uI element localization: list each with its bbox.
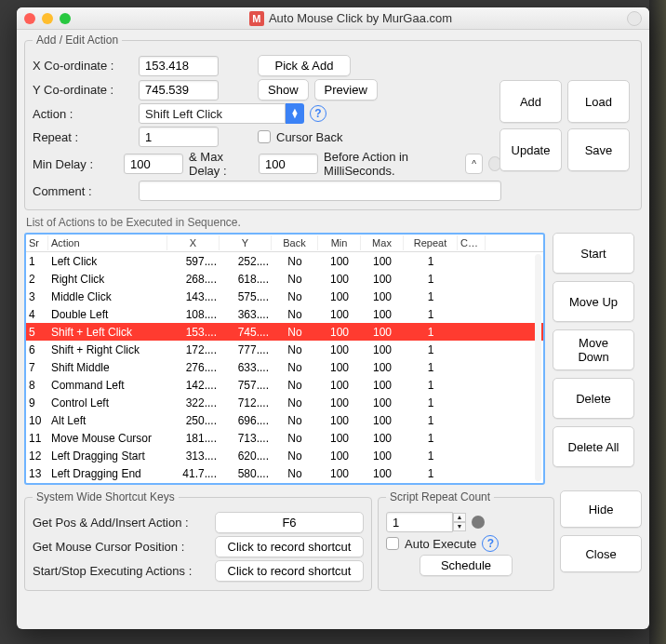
close-icon[interactable] <box>24 13 35 24</box>
getcursor-shortcut-button[interactable]: Click to record shortcut <box>215 536 364 557</box>
mindelay-input[interactable] <box>124 154 183 174</box>
repeat-input[interactable] <box>139 127 219 147</box>
delete-button[interactable]: Delete <box>553 378 634 419</box>
table-row[interactable]: 11Move Mouse Cursor181....713....No10010… <box>26 429 543 447</box>
repeat-group: Script Repeat Count ▲▼ Auto Execute ? Sc… <box>378 490 554 591</box>
show-button[interactable]: Show <box>258 79 309 101</box>
shortcuts-group: System Wide Shortcut Keys Get Pos & Add/… <box>24 490 372 591</box>
help-icon[interactable]: ? <box>310 105 326 122</box>
chevron-updown-icon[interactable]: ▲▼ <box>286 103 304 124</box>
delay-suffix: Before Action in MilliSeconds. <box>324 150 460 178</box>
table-row[interactable]: 5Shift + Left Click153....745....No10010… <box>26 323 543 341</box>
window-title: Auto Mouse Click by MurGaa.com <box>269 11 452 25</box>
action-label: Action : <box>33 107 133 121</box>
zoom-icon[interactable] <box>60 13 71 24</box>
move-up-button[interactable]: Move Up <box>553 281 634 322</box>
repeat-label: Repeat : <box>33 130 133 144</box>
stepper-up-icon[interactable]: ▲ <box>453 513 466 522</box>
stepper-down-icon[interactable]: ▼ <box>453 522 466 531</box>
add-edit-legend: Add / Edit Action <box>33 34 122 47</box>
app-window: M Auto Mouse Click by MurGaa.com Add / E… <box>17 7 649 629</box>
status-dot-icon <box>472 516 485 529</box>
add-button[interactable]: Add <box>500 80 562 123</box>
maxdelay-label: & Max Delay : <box>189 150 253 178</box>
auto-execute-checkbox[interactable] <box>386 537 399 550</box>
table-header: SrActionXYBackMinMaxRepeatC… <box>26 235 543 252</box>
expand-button[interactable]: ^ <box>465 154 483 174</box>
action-table[interactable]: SrActionXYBackMinMaxRepeatC… 1Left Click… <box>24 233 545 485</box>
scrollbar[interactable] <box>535 254 541 481</box>
titlebar[interactable]: M Auto Mouse Click by MurGaa.com <box>17 7 649 30</box>
y-input[interactable] <box>139 80 219 101</box>
startstop-label: Start/Stop Executing Actions : <box>33 564 209 578</box>
startstop-shortcut-button[interactable]: Click to record shortcut <box>215 560 364 582</box>
start-button[interactable]: Start <box>553 233 634 274</box>
table-row[interactable]: 8Command Left142....757....No1001001 <box>26 376 543 394</box>
table-row[interactable]: 10Alt Left250....696....No1001001 <box>26 411 543 429</box>
table-row[interactable]: 2Right Click268....618....No1001001 <box>26 270 543 288</box>
app-icon: M <box>249 11 264 26</box>
table-row[interactable]: 7Shift Middle276....633....No1001001 <box>26 358 543 376</box>
table-row[interactable]: 3Middle Click143....575....No1001001 <box>26 288 543 305</box>
comment-label: Comment : <box>33 184 133 198</box>
maxdelay-input[interactable] <box>259 154 318 174</box>
x-input[interactable] <box>139 56 219 76</box>
auto-execute-label: Auto Execute <box>405 537 476 551</box>
table-row[interactable]: 4Double Left108....363....No1001001 <box>26 305 543 323</box>
repeat-count-input[interactable] <box>386 512 453 532</box>
comment-input[interactable] <box>139 181 501 201</box>
table-row[interactable]: 1Left Click597....252....No1001001 <box>26 252 543 270</box>
preview-button[interactable]: Preview <box>314 79 378 101</box>
list-label: List of Actions to be Executed in Sequen… <box>26 216 640 229</box>
help-icon[interactable]: ? <box>482 535 499 552</box>
load-button[interactable]: Load <box>567 80 630 123</box>
minimize-icon[interactable] <box>42 13 53 24</box>
pick-add-button[interactable]: Pick & Add <box>258 55 351 76</box>
y-label: Y Co-ordinate : <box>33 83 133 97</box>
repeat-count-stepper[interactable]: ▲▼ <box>386 512 466 532</box>
cursor-back-label: Cursor Back <box>276 130 343 144</box>
save-button[interactable]: Save <box>567 128 630 171</box>
shortcuts-legend: System Wide Shortcut Keys <box>33 490 179 503</box>
action-select[interactable]: Shift Left Click ▲▼ <box>139 103 304 124</box>
update-button[interactable]: Update <box>500 128 562 171</box>
delete-all-button[interactable]: Delete All <box>553 426 634 467</box>
x-label: X Co-ordinate : <box>33 59 133 73</box>
hide-button[interactable]: Hide <box>560 490 642 528</box>
mindelay-label: Min Delay : <box>33 157 118 171</box>
schedule-button[interactable]: Schedule <box>420 555 513 576</box>
table-row[interactable]: 9Control Left322....712....No1001001 <box>26 394 543 411</box>
move-down-button[interactable]: Move Down <box>553 329 634 370</box>
getpos-label: Get Pos & Add/Insert Action : <box>33 516 209 530</box>
action-select-value: Shift Left Click <box>139 103 286 124</box>
repeat-legend: Script Repeat Count <box>386 490 494 503</box>
getpos-shortcut-button[interactable]: F6 <box>215 512 364 533</box>
table-row[interactable]: 13Left Dragging End41.7....580....No1001… <box>26 464 543 482</box>
cursor-back-checkbox[interactable] <box>258 130 271 143</box>
close-button[interactable]: Close <box>560 535 642 572</box>
toolbar-overflow-icon[interactable] <box>627 11 642 26</box>
table-row[interactable]: 6Shift + Right Click172....777....No1001… <box>26 341 543 358</box>
add-edit-group: Add / Edit Action X Co-ordinate : Pick &… <box>24 34 642 210</box>
getcursor-label: Get Mouse Cursor Position : <box>33 540 209 554</box>
table-row[interactable]: 12Left Dragging Start313....620....No100… <box>26 447 543 464</box>
